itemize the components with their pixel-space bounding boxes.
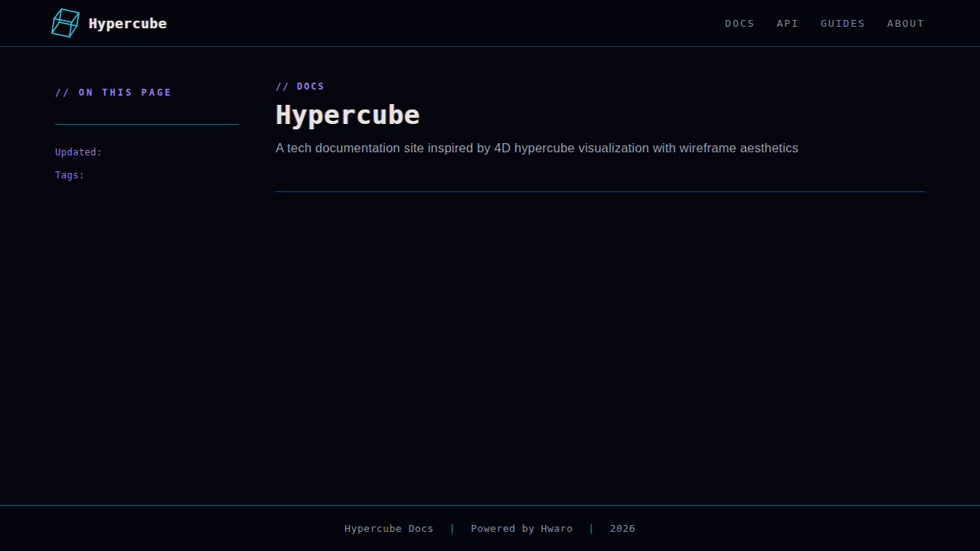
footer-text: Hypercube Docs | Powered by Hwaro | 2026 [345,523,635,534]
updated-label: Updated: [55,147,239,158]
on-this-page-sidebar: // ON THIS PAGE Updated: Tags: [55,47,239,181]
primary-nav: DOCS API GUIDES ABOUT [725,18,925,29]
footer-powered-by: Powered by Hwaro [471,523,573,534]
sidebar-divider [55,124,239,125]
footer-separator: | [449,523,456,534]
nav-link-guides[interactable]: GUIDES [821,18,866,29]
content-divider [276,191,925,192]
nav-link-about[interactable]: ABOUT [887,18,925,29]
page-title: Hypercube [276,99,925,130]
footer: Hypercube Docs | Powered by Hwaro | 2026 [0,505,980,551]
breadcrumb: // DOCS [276,81,925,92]
footer-year: 2026 [610,523,635,534]
footer-separator: | [588,523,594,534]
brand-home-link[interactable]: Hypercube [49,5,167,41]
brand-title: Hypercube [89,15,167,31]
footer-site-name: Hypercube Docs [345,523,434,534]
page-subtitle: A tech documentation site inspired by 4D… [276,141,925,155]
wireframe-cube-icon [49,5,81,41]
nav-link-api[interactable]: API [776,18,799,29]
page-content: // ON THIS PAGE Updated: Tags: // DOCS H… [0,47,980,505]
nav-link-docs[interactable]: DOCS [725,18,755,29]
main-article: // DOCS Hypercube A tech documentation s… [276,47,925,192]
top-nav-bar: Hypercube DOCS API GUIDES ABOUT [0,0,980,47]
tags-label: Tags: [55,170,239,181]
on-this-page-label: // ON THIS PAGE [55,87,239,98]
